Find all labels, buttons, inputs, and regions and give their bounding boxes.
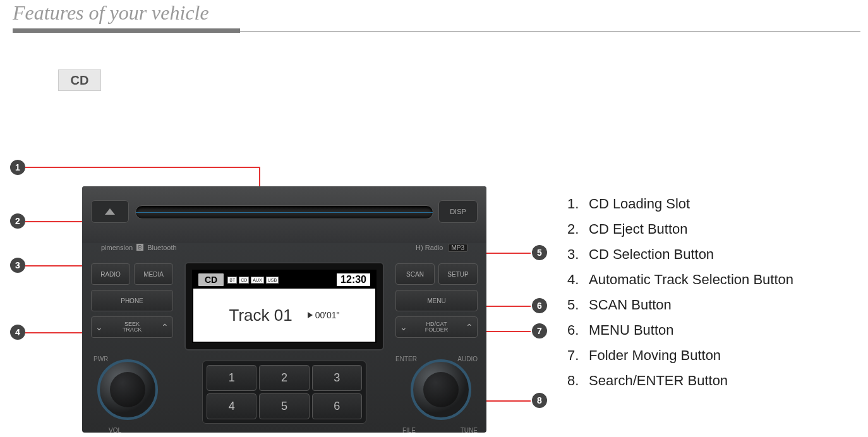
chevron-down-icon: ⌄	[400, 322, 407, 332]
bottom-row: PWR VOL 1 2 3 4 5 6 ENTER AUDIO FILE TUN…	[82, 357, 486, 433]
menu-button[interactable]: MENU	[395, 290, 478, 311]
folder-rocker[interactable]: ⌄ HD/CATFOLDER ⌃	[395, 316, 478, 338]
seek-track-rocker[interactable]: ⌄ SEEKTRACK ⌃	[91, 316, 173, 338]
tune-label: TUNE	[461, 427, 478, 433]
chevron-up-icon: ⌃	[161, 322, 169, 332]
tune-enter-knob[interactable]	[411, 359, 471, 420]
vol-label: VOL	[109, 427, 121, 433]
callout-badge-5: 5	[532, 245, 547, 260]
leader-line	[25, 167, 260, 168]
elapsed-time: 00'01"	[308, 310, 340, 320]
cd-icon: CD	[239, 277, 249, 284]
media-button[interactable]: MEDIA	[134, 263, 173, 285]
setup-button[interactable]: SETUP	[438, 263, 478, 285]
preset-key-4[interactable]: 4	[207, 393, 256, 419]
callout-badge-1: 1	[10, 160, 25, 175]
bluetooth-label: Bluetooth	[147, 244, 176, 251]
screen-clock: 12:30	[337, 273, 370, 286]
legend-item-6: 6.MENU Button	[567, 322, 793, 338]
play-icon	[308, 312, 313, 318]
file-label: FILE	[402, 427, 416, 433]
page-title: Features of your vehicle	[0, 0, 868, 28]
enter-label: ENTER	[395, 356, 417, 362]
radio-head-unit: DISP pimension 🅱 Bluetooth H) Radio MP3 …	[82, 186, 486, 433]
aux-icon: AUX	[251, 277, 263, 284]
chevron-up-icon: ⌃	[466, 322, 473, 332]
legend-item-5: 5.SCAN Button	[567, 297, 793, 313]
cd-section-badge: CD	[58, 69, 101, 91]
power-volume-knob[interactable]	[97, 359, 158, 420]
legend-item-2: 2.CD Eject Button	[567, 221, 793, 237]
callout-badge-7: 7	[532, 323, 547, 338]
scan-button[interactable]: SCAN	[395, 263, 435, 285]
display-screen: CD BT CD AUX USB 12:30 Track 01 00'01"	[184, 262, 384, 350]
bt-icon: BT	[227, 277, 237, 284]
phone-button[interactable]: PHONE	[91, 290, 173, 311]
preset-keypad: 1 2 3 4 5 6	[202, 361, 366, 424]
legend-item-1: 1.CD Loading Slot	[567, 196, 793, 212]
hdradio-label: H) Radio	[416, 244, 443, 251]
callout-badge-2: 2	[10, 213, 25, 229]
legend-item-3: 3.CD Selection Button	[567, 246, 793, 263]
disp-button[interactable]: DISP	[438, 200, 478, 223]
legend-item-8: 8.Search/ENTER Button	[567, 373, 793, 389]
cd-eject-button[interactable]	[91, 200, 129, 223]
callout-badge-3: 3	[10, 258, 25, 273]
legend-item-4: 4.Automatic Track Selection Button	[567, 272, 793, 288]
chevron-down-icon: ⌄	[95, 322, 103, 332]
preset-key-6[interactable]: 6	[312, 393, 362, 419]
legend-item-7: 7.Folder Moving Button	[567, 347, 793, 364]
track-title: Track 01	[229, 306, 292, 325]
brand-label: pimension	[101, 244, 133, 251]
pwr-label: PWR	[93, 356, 108, 362]
left-button-group: RADIO MEDIA PHONE ⌄ SEEKTRACK ⌃	[91, 263, 173, 338]
audio-label: AUDIO	[457, 356, 478, 362]
callout-badge-6: 6	[532, 298, 547, 313]
eject-icon	[105, 208, 115, 215]
unit-top-panel: DISP	[82, 186, 486, 243]
preset-key-2[interactable]: 2	[259, 365, 309, 391]
radio-button[interactable]: RADIO	[91, 263, 130, 285]
callout-badge-8: 8	[532, 393, 547, 408]
right-button-group: SCAN SETUP MENU ⌄ HD/CATFOLDER ⌃	[395, 263, 478, 338]
preset-key-5[interactable]: 5	[259, 393, 309, 419]
title-underline	[0, 28, 868, 33]
preset-key-3[interactable]: 3	[312, 365, 362, 391]
legend-list: 1.CD Loading Slot 2.CD Eject Button 3.CD…	[567, 196, 793, 398]
cd-loading-slot[interactable]	[135, 205, 433, 219]
usb-icon: USB	[266, 277, 279, 284]
folder-label: FOLDER	[425, 326, 449, 333]
mp3-badge: MP3	[448, 244, 467, 252]
preset-key-1[interactable]: 1	[207, 365, 256, 391]
callout-badge-4: 4	[10, 325, 25, 340]
brand-row: pimension 🅱 Bluetooth H) Radio MP3	[101, 241, 467, 254]
track-label: TRACK	[123, 326, 142, 333]
screen-mode-badge: CD	[198, 273, 224, 286]
